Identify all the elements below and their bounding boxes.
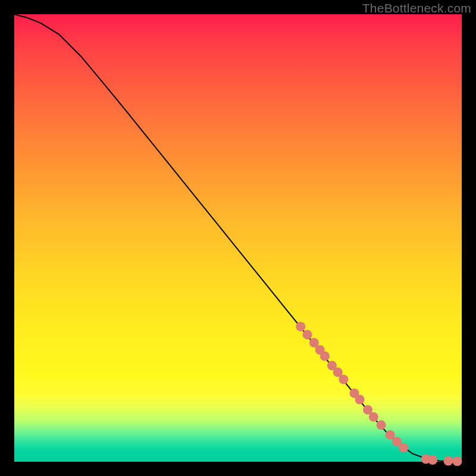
marker-dot [339, 375, 348, 384]
marker-dots-group [296, 322, 462, 466]
marker-dot [355, 394, 365, 404]
marker-dot [443, 456, 453, 465]
marker-dot [320, 352, 330, 361]
marker-dot [377, 420, 386, 430]
marker-dot [399, 443, 408, 453]
bottleneck-curve [14, 14, 462, 461]
marker-dot [386, 430, 395, 440]
marker-dot [428, 455, 437, 465]
chart-stage: TheBottleneck.com [0, 0, 476, 476]
marker-dot [452, 456, 462, 466]
plot-area [14, 14, 462, 462]
marker-dot [369, 412, 378, 422]
watermark-text: TheBottleneck.com [362, 1, 471, 15]
marker-dot [303, 330, 312, 339]
chart-svg [14, 14, 462, 462]
marker-dot [296, 322, 305, 331]
